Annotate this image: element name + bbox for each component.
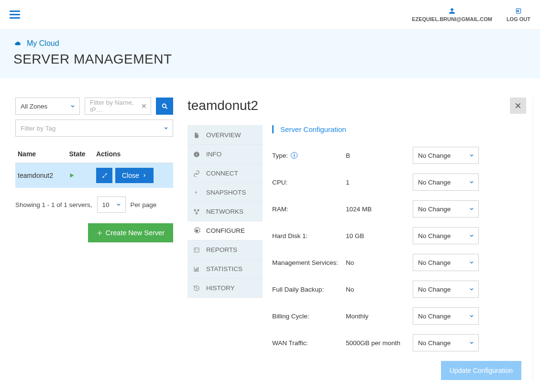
config-form: Server Configuration Type: i B No Change… (272, 125, 526, 380)
billing-select[interactable]: No Change (413, 307, 479, 325)
filter-name-ip-input[interactable]: Filter by Name, IP… ✕ (85, 98, 151, 115)
tab-overview-label: OVERVIEW (206, 131, 241, 139)
pin-icon (193, 189, 200, 196)
tab-info[interactable]: INFO (187, 145, 263, 164)
zone-select[interactable]: All Zones (15, 98, 80, 115)
file-icon (193, 132, 200, 139)
create-server-label: Create New Server (106, 229, 165, 237)
topbar: EZEQUIEL.BRUNI@GMAIL.COM LOG OUT (0, 0, 540, 30)
server-list-panel: All Zones Filter by Name, IP… ✕ Filter b… (15, 98, 173, 380)
search-button[interactable] (156, 98, 173, 115)
pagination: Showing 1 - 1 of 1 servers, 10 Per page (15, 196, 173, 213)
close-panel-button[interactable] (510, 98, 526, 114)
wan-label: WAN Traffic: (272, 339, 346, 347)
plus-icon (97, 230, 103, 236)
page-title: SERVER MANAGEMENT (13, 52, 527, 67)
hamburger-menu[interactable] (10, 11, 20, 19)
logout-link[interactable]: LOG OUT (507, 8, 530, 22)
chevron-down-icon (469, 260, 474, 265)
server-detail-panel: teamdonut2 OVERVIEW INFO CONNECT (187, 98, 533, 380)
tab-history-label: HISTORY (206, 284, 235, 292)
list-icon (193, 247, 200, 253)
disk-select[interactable]: No Change (413, 227, 479, 244)
tab-history[interactable]: HISTORY (187, 279, 263, 298)
section-title: Server Configuration (272, 125, 521, 133)
col-actions: Actions (94, 145, 173, 163)
ram-value: 1024 MB (346, 206, 413, 213)
tab-statistics[interactable]: STATISTICS (187, 260, 263, 279)
tab-overview[interactable]: OVERVIEW (187, 125, 263, 145)
ram-label: RAM: (272, 206, 346, 213)
close-button-label: Close (122, 172, 139, 179)
tab-configure[interactable]: CONFIGURE (187, 221, 263, 240)
backup-select[interactable]: No Change (413, 281, 479, 298)
page-size-select[interactable]: 10 (97, 196, 126, 213)
svg-rect-5 (198, 209, 199, 211)
update-config-label: Update Configuration (450, 367, 513, 374)
update-config-button[interactable]: Update Configuration (441, 361, 521, 380)
tab-reports[interactable]: REPORTS (187, 240, 263, 260)
chevron-down-icon (469, 206, 474, 212)
tab-snapshots-label: SNAPSHOTS (206, 189, 246, 196)
tab-connect[interactable]: CONNECT (187, 164, 263, 183)
close-button[interactable]: Close (115, 168, 154, 183)
link-icon (193, 170, 200, 177)
chevron-down-icon (469, 233, 474, 239)
filter-tag-select[interactable]: Filter by Tag (15, 120, 173, 137)
tab-connect-label: CONNECT (206, 170, 238, 177)
svg-point-7 (196, 230, 198, 232)
create-server-button[interactable]: Create New Server (88, 223, 173, 242)
backup-value: No (346, 286, 413, 293)
col-name: Name (15, 145, 66, 163)
wan-value: 5000GB per month (346, 339, 413, 347)
wan-select[interactable]: No Change (413, 334, 479, 351)
server-detail-title: teamdonut2 (187, 98, 258, 113)
tab-statistics-label: STATISTICS (206, 265, 242, 272)
svg-rect-6 (196, 212, 198, 214)
tab-snapshots[interactable]: SNAPSHOTS (187, 183, 263, 202)
table-row[interactable]: teamdonut2 Close (15, 163, 173, 188)
clear-filter-icon[interactable]: ✕ (141, 102, 147, 110)
chevron-down-icon (469, 340, 474, 346)
billing-label: Billing Cycle: (272, 313, 346, 320)
server-name-cell: teamdonut2 (15, 163, 66, 188)
breadcrumb-label: My Cloud (27, 39, 59, 48)
tag-placeholder: Filter by Tag (21, 125, 55, 132)
chevron-down-icon (469, 286, 474, 292)
chevron-down-icon (70, 103, 76, 109)
cloud-icon (13, 40, 22, 47)
mgmt-select[interactable]: No Change (413, 254, 479, 271)
user-account-link[interactable]: EZEQUIEL.BRUNI@GMAIL.COM (412, 8, 492, 22)
cpu-select[interactable]: No Change (413, 174, 479, 191)
page-size-value: 10 (102, 201, 110, 208)
gear-icon (193, 227, 200, 234)
info-icon[interactable]: i (291, 152, 298, 159)
detail-tabs: OVERVIEW INFO CONNECT SNAPSHOTS NETWORKS (187, 125, 263, 380)
pager-suffix: Per page (131, 201, 157, 208)
type-label: Type: i (272, 152, 346, 159)
disk-label: Hard Disk 1: (272, 232, 346, 240)
ram-select[interactable]: No Change (413, 200, 479, 218)
page-header: My Cloud SERVER MANAGEMENT (0, 30, 540, 78)
pager-text: Showing 1 - 1 of 1 servers, (15, 201, 92, 208)
info-icon (193, 151, 200, 158)
tab-info-label: INFO (206, 151, 221, 158)
svg-point-0 (162, 104, 166, 108)
logout-label: LOG OUT (507, 16, 530, 22)
breadcrumb[interactable]: My Cloud (13, 39, 527, 48)
chart-icon (193, 266, 200, 272)
tab-reports-label: REPORTS (206, 246, 237, 253)
col-state: State (66, 145, 94, 163)
chevron-down-icon (469, 313, 474, 319)
history-icon (193, 285, 200, 292)
chevron-down-icon (469, 152, 474, 158)
state-running-icon (69, 173, 91, 178)
tab-networks[interactable]: NETWORKS (187, 202, 263, 221)
manage-button[interactable] (96, 168, 112, 183)
chevron-down-icon (163, 125, 169, 131)
zone-value: All Zones (21, 103, 47, 110)
svg-rect-9 (195, 269, 196, 271)
network-icon (193, 208, 200, 215)
type-select[interactable]: No Change (413, 147, 479, 164)
tab-configure-label: CONFIGURE (206, 227, 245, 234)
